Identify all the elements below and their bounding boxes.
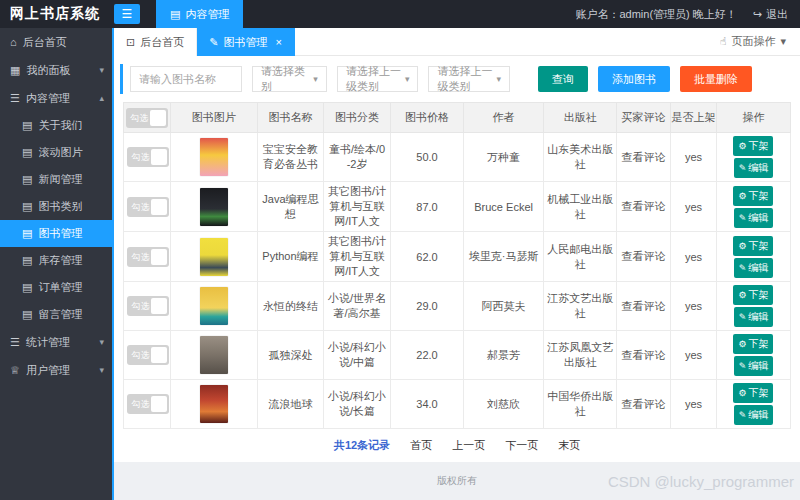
edit-icon: ✎: [739, 361, 747, 371]
crown-icon: ♕: [10, 356, 20, 384]
sidebar-item-about-us[interactable]: ▤ 关于我们: [0, 112, 112, 139]
edit-button[interactable]: ✎编辑: [734, 356, 774, 376]
view-comments-link[interactable]: 查看评论: [617, 282, 670, 331]
toggle-knob: [151, 199, 167, 215]
parent-category-select-1[interactable]: 请选择上一级类别 ▾: [337, 66, 419, 92]
toggle-label: 勾选: [131, 296, 149, 316]
take-off-shelf-button[interactable]: ⚙下架: [733, 285, 773, 305]
accent-bar: [120, 64, 123, 94]
batch-delete-button[interactable]: 批量删除: [680, 66, 752, 92]
row-select-toggle[interactable]: 勾选: [127, 296, 169, 316]
column-header: 买家评论: [617, 103, 670, 133]
sidebar-item-book-manage[interactable]: ▤ 图书管理: [0, 220, 112, 247]
listed-status: yes: [670, 182, 717, 232]
view-comments-link[interactable]: 查看评论: [617, 331, 670, 380]
view-comments-link[interactable]: 查看评论: [617, 380, 670, 429]
row-select-toggle[interactable]: 勾选: [127, 147, 169, 167]
top-menu-content-manage[interactable]: ▤ 内容管理: [156, 0, 243, 28]
row-select-toggle[interactable]: 勾选: [127, 394, 169, 414]
sidebar-item-my-panel[interactable]: ▦ 我的面板 ▾: [0, 56, 112, 84]
gear-icon: ⚙: [738, 290, 746, 300]
button-label: 下架: [748, 240, 768, 251]
topbar: 网上书店系统 ☰ ▤ 内容管理 账户名：admin(管理员) 晚上好！ ↪ 退出: [0, 0, 800, 28]
logout-button[interactable]: ↪ 退出: [753, 7, 788, 22]
last-page-link[interactable]: 末页: [558, 438, 580, 453]
first-page-link[interactable]: 首页: [410, 438, 432, 453]
book-author: 郝景芳: [464, 331, 544, 380]
take-off-shelf-button[interactable]: ⚙下架: [733, 383, 773, 403]
edit-button[interactable]: ✎编辑: [734, 208, 774, 228]
menu-icon: ☰: [10, 328, 20, 356]
close-icon[interactable]: ×: [275, 28, 281, 56]
book-category: 小说/世界名著/高尔基: [324, 282, 391, 331]
take-off-shelf-button[interactable]: ⚙下架: [733, 186, 773, 206]
tab-book-manage[interactable]: ✎ 图书管理 ×: [197, 28, 295, 56]
button-label: 编辑: [748, 212, 768, 223]
edit-button[interactable]: ✎编辑: [734, 158, 774, 178]
toggle-label: 勾选: [130, 108, 148, 128]
account-greeting: 账户名：admin(管理员) 晚上好！: [575, 7, 736, 22]
edit-button[interactable]: ✎编辑: [734, 307, 774, 327]
book-price: 29.0: [390, 282, 463, 331]
view-comments-link[interactable]: 查看评论: [617, 133, 670, 182]
book-author: 阿西莫夫: [464, 282, 544, 331]
home-icon: ⌂: [10, 28, 17, 56]
select-all-toggle[interactable]: 勾选: [126, 108, 168, 128]
hamburger-icon[interactable]: ☰: [114, 4, 140, 24]
button-label: 编辑: [748, 409, 768, 420]
edit-button[interactable]: ✎编辑: [734, 258, 774, 278]
listed-status: yes: [670, 331, 717, 380]
book-publisher: 山东美术出版社: [544, 133, 617, 182]
content-manage-icon: ▤: [170, 8, 180, 21]
table-row: 勾选 宝宝安全教育必备丛书 童书/绘本/0-2岁 50.0 万种童 山东美术出版…: [124, 133, 790, 182]
view-comments-link[interactable]: 查看评论: [617, 182, 670, 232]
sidebar-item-stock-manage[interactable]: ▤ 库存管理: [0, 247, 112, 274]
view-comments-link[interactable]: 查看评论: [617, 232, 670, 282]
take-off-shelf-button[interactable]: ⚙下架: [733, 334, 773, 354]
column-header: 图书价格: [390, 103, 463, 133]
gear-icon: ⚙: [738, 191, 746, 201]
sidebar-item-carousel-images[interactable]: ▤ 滚动图片: [0, 139, 112, 166]
sidebar-item-message-manage[interactable]: ▤ 留言管理: [0, 301, 112, 328]
sidebar-item-order-manage[interactable]: ▤ 订单管理: [0, 274, 112, 301]
sidebar-item-stats-manage[interactable]: ☰ 统计管理 ▾: [0, 328, 112, 356]
select-value: 请选择类别: [261, 64, 313, 94]
add-book-button[interactable]: 添加图书: [598, 66, 670, 92]
book-name: 宝宝安全教育必备丛书: [257, 133, 324, 182]
tab-home[interactable]: ⊡ 后台首页: [114, 28, 197, 56]
sidebar-item-news-manage[interactable]: ▤ 新闻管理: [0, 166, 112, 193]
sidebar-item-label: 新闻管理: [38, 166, 82, 193]
main-area: ⊡ 后台首页 ✎ 图书管理 × ☝ 页面操作 ▾ 请选择类别 ▾ 请选择上一级类…: [112, 28, 800, 500]
sidebar-item-content-manage[interactable]: ☰ 内容管理 ▴: [0, 84, 112, 112]
chevron-down-icon: ▾: [780, 35, 786, 48]
listed-status: yes: [670, 133, 717, 182]
column-header: 图书分类: [324, 103, 391, 133]
prev-page-link[interactable]: 上一页: [452, 438, 485, 453]
next-page-link[interactable]: 下一页: [505, 438, 538, 453]
take-off-shelf-button[interactable]: ⚙下架: [733, 236, 773, 256]
row-select-toggle[interactable]: 勾选: [127, 345, 169, 365]
sidebar-item-home[interactable]: ⌂ 后台首页: [0, 28, 112, 56]
chevron-down-icon: ▾: [313, 74, 318, 84]
monitor-icon: ⊡: [126, 28, 135, 56]
sidebar-item-user-manage[interactable]: ♕ 用户管理 ▾: [0, 356, 112, 384]
button-label: 下架: [748, 387, 768, 398]
sidebar-item-label: 库存管理: [38, 247, 82, 274]
row-select-toggle[interactable]: 勾选: [127, 197, 169, 217]
take-off-shelf-button[interactable]: ⚙下架: [733, 136, 773, 156]
panel-icon: ▦: [10, 56, 20, 84]
category-select[interactable]: 请选择类别 ▾: [252, 66, 327, 92]
gear-icon: ⚙: [738, 388, 746, 398]
button-label: 下架: [748, 190, 768, 201]
hand-icon: ☝: [720, 35, 727, 48]
page-actions-dropdown[interactable]: ☝ 页面操作 ▾: [720, 34, 800, 49]
edit-button[interactable]: ✎编辑: [734, 405, 774, 425]
sidebar-item-book-category[interactable]: ▤ 图书类别: [0, 193, 112, 220]
doc-icon: ▤: [22, 220, 32, 247]
book-name-input[interactable]: [130, 66, 242, 92]
sidebar: ⌂ 后台首页 ▦ 我的面板 ▾ ☰ 内容管理 ▴ ▤ 关于我们 ▤ 滚动图片 ▤…: [0, 28, 112, 500]
row-select-toggle[interactable]: 勾选: [127, 247, 169, 267]
sidebar-item-label: 留言管理: [38, 301, 82, 328]
search-button[interactable]: 查询: [538, 66, 588, 92]
parent-category-select-2[interactable]: 请选择上一级类别 ▾: [428, 66, 510, 92]
